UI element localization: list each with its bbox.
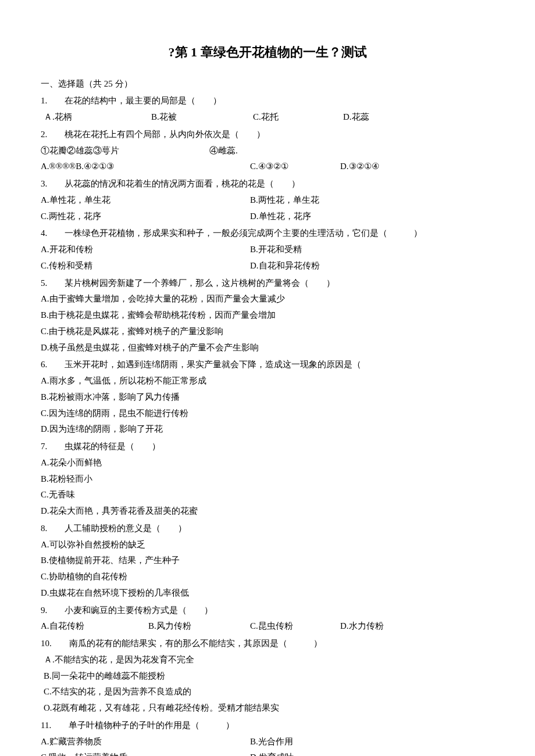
options: A.由于蜜蜂大量增加，会吃掉大量的花粉，因而产量会大量减少 B.由于桃花是虫媒花… xyxy=(41,291,494,356)
option-d: D.因为连绵的阴雨，影响了开花 xyxy=(41,421,494,438)
options-row-1: A.单性花，单生花 B.两性花，单生花 xyxy=(41,192,494,209)
option-d: D.自花和异花传粉 xyxy=(250,258,459,274)
q-stem-text: 小麦和豌豆的主要传粉方式是（ ） xyxy=(65,605,213,615)
option-b: B.使植物提前开花、结果，产生种子 xyxy=(41,553,494,569)
option-a: A.雨水多，气温低，所以花粉不能正常形成 xyxy=(41,373,494,389)
q-number: 11. xyxy=(41,718,51,734)
option-c: C.④③②① xyxy=(250,159,340,175)
q-number: 1. xyxy=(41,93,47,109)
option-d: D.桃子虽然是虫媒花，但蜜蜂对桃子的产量不会产生影响 xyxy=(41,340,494,356)
option-c: C.吸收、转运营养物质 xyxy=(41,750,250,756)
options: A.花朵小而鲜艳 B.花粉轻而小 C.无香味 D.花朵大而艳，具芳香花香及甜美的… xyxy=(41,455,494,519)
q-stem-text: 桃花在花托上有四个局部，从内向外依次是（ ） xyxy=(65,130,265,139)
option-c: C.两性花，花序 xyxy=(41,209,250,225)
q-number: 6. xyxy=(41,357,47,373)
option-d: D.花朵大而艳，具芳香花香及甜美的花蜜 xyxy=(41,503,494,519)
q-stem-text: 某片桃树园旁新建了一个养蜂厂，那么，这片桃树的产量将会（ ） xyxy=(65,278,335,288)
option-b: B.同一朵花中的雌雄蕊不能授粉 xyxy=(44,668,494,685)
option-c: C.花托 xyxy=(253,109,343,126)
option-a: A.自花传粉 xyxy=(41,618,148,635)
option-b: B.花粉轻而小 xyxy=(41,471,494,488)
section-header: 一、选择题（共 25 分） xyxy=(41,76,494,92)
q-stem-text: 虫媒花的特征是（ ） xyxy=(65,442,160,451)
option-ab: A.®®®®B.④②①③ xyxy=(41,159,250,175)
option-d: D.水力传粉 xyxy=(340,618,384,635)
option-c: C.昆虫传粉 xyxy=(250,618,340,635)
options-row-1: A.开花和传粉 B.开花和受精 xyxy=(41,242,494,258)
question-7: 7. 虫媒花的特征是（ ） A.花朵小而鲜艳 B.花粉轻而小 C.无香味 D.花… xyxy=(41,439,494,519)
option-a: A.可以弥补自然授粉的缺乏 xyxy=(41,537,494,553)
option-d: D.花蕊 xyxy=(343,109,369,126)
circled-part-a: ①花瓣②雄蕊③萼片 xyxy=(41,143,209,159)
q-stem-text: 南瓜的花有的能结果实，有的那么不能结实，其原因是（ ） xyxy=(69,639,322,648)
options-row-1: A.贮藏营养物质 B.光合作用 xyxy=(41,734,494,750)
option-a: A.单性花，单生花 xyxy=(41,192,250,209)
options-row-2: C.两性花，花序 D.单性花，花序 xyxy=(41,209,494,225)
q-number: 9. xyxy=(41,603,47,619)
options-row-2: C.吸收、转运营养物质 D.发育成叶 xyxy=(41,750,494,756)
question-8: 8. 人工辅助授粉的意义是（ ） A.可以弥补自然授粉的缺乏 B.使植物提前开花… xyxy=(41,521,494,601)
options-row-2: C.传粉和受精 D.自花和异花传粉 xyxy=(41,258,494,274)
q-stem-text: 在花的结构中，最主要的局部是（ ） xyxy=(65,96,222,105)
options: A.®®®®B.④②①③ C.④③②① D.③②①④ xyxy=(41,159,494,175)
q-stem-text: 玉米开花时，如遇到连绵阴雨，果实产量就会下降，造成这一现象的原因是（ xyxy=(65,360,361,369)
option-b: B.光合作用 xyxy=(250,734,459,750)
q-stem-text: 人工辅助授粉的意义是（ ） xyxy=(65,524,187,533)
option-a: A.开花和传粉 xyxy=(41,242,250,258)
option-d: D.虫媒花在自然环境下授粉的几率很低 xyxy=(41,585,494,601)
option-c: C.协助植物的自花传粉 xyxy=(41,569,494,585)
option-d: D.③②①④ xyxy=(340,159,379,175)
question-9: 9. 小麦和豌豆的主要传粉方式是（ ） A.自花传粉 B.风力传粉 C.昆虫传粉… xyxy=(41,603,494,635)
q-stem-text: 单子叶植物种子的子叶的作用是（ ） xyxy=(69,721,234,730)
option-b: B.两性花，单生花 xyxy=(250,192,459,209)
option-a: A.花朵小而鲜艳 xyxy=(41,455,494,471)
option-c: C.由于桃花是风媒花，蜜蜂对桃子的产量没影响 xyxy=(41,324,494,340)
question-5: 5. 某片桃树园旁新建了一个养蜂厂，那么，这片桃树的产量将会（ ） A.由于蜜蜂… xyxy=(41,275,494,356)
option-c: C.因为连绵的阴雨，昆虫不能进行传粉 xyxy=(41,406,494,422)
circled-part-b: ④雌蕊. xyxy=(209,143,238,159)
options: Ａ.不能结实的花，是因为花发育不完全 B.同一朵花中的雌雄蕊不能授粉 C.不结实… xyxy=(41,652,494,716)
options: A.雨水多，气温低，所以花粉不能正常形成 B.花粉被雨水冲落，影响了风力传播 C… xyxy=(41,373,494,438)
q-number: 3. xyxy=(41,176,47,192)
option-c: C.传粉和受精 xyxy=(41,258,250,274)
option-b: B.开花和受精 xyxy=(250,242,459,258)
question-6: 6. 玉米开花时，如遇到连绵阴雨，果实产量就会下降，造成这一现象的原因是（ A.… xyxy=(41,357,494,438)
options: A.可以弥补自然授粉的缺乏 B.使植物提前开花、结果，产生种子 C.协助植物的自… xyxy=(41,537,494,601)
q-stem-text: 一株绿色开花植物，形成果实和种子，一般必须完成两个主要的生理活动，它们是（ ） xyxy=(65,228,422,238)
question-10: 10. 南瓜的花有的能结果实，有的那么不能结实，其原因是（ ） Ａ.不能结实的花… xyxy=(41,636,494,716)
option-d: D.单性花，花序 xyxy=(250,209,459,225)
option-b: B.风力传粉 xyxy=(148,618,250,635)
question-3: 3. 从花蕊的情况和花着生的情况两方面看，桃花的花是（ ） A.单性花，单生花 … xyxy=(41,176,494,224)
option-a: Ａ.不能结实的花，是因为花发育不完全 xyxy=(44,652,494,668)
option-c: C.无香味 xyxy=(41,487,494,503)
option-a: A.由于蜜蜂大量增加，会吃掉大量的花粉，因而产量会大量减少 xyxy=(41,291,494,307)
page-title: ?第 1 章绿色开花植物的一生？测试 xyxy=(41,41,494,65)
question-2: 2. 桃花在花托上有四个局部，从内向外依次是（ ） ①花瓣②雄蕊③萼片 ④雌蕊.… xyxy=(41,127,494,175)
options: A.自花传粉 B.风力传粉 C.昆虫传粉 D.水力传粉 xyxy=(41,618,494,635)
option-b: B.花粉被雨水冲落，影响了风力传播 xyxy=(41,389,494,406)
option-b: B.由于桃花是虫媒花，蜜蜂会帮助桃花传粉，因而产量会增加 xyxy=(41,307,494,324)
question-4: 4. 一株绿色开花植物，形成果实和种子，一般必须完成两个主要的生理活动，它们是（… xyxy=(41,225,494,274)
q-number: 8. xyxy=(41,521,47,537)
q-number: 7. xyxy=(41,439,47,455)
question-1: 1. 在花的结构中，最主要的局部是（ ） Ａ.花柄 B.花被 C.花托 D.花蕊 xyxy=(41,93,494,126)
option-c: C.不结实的花，是因为营养不良造成的 xyxy=(44,684,494,700)
q-number: 2. xyxy=(41,127,47,143)
options: Ａ.花柄 B.花被 C.花托 D.花蕊 xyxy=(41,109,494,126)
q-stem-text: 从花蕊的情况和花着生的情况两方面看，桃花的花是（ ） xyxy=(65,179,300,188)
question-11: 11. 单子叶植物种子的子叶的作用是（ ） A.贮藏营养物质 B.光合作用 C.… xyxy=(41,718,494,756)
circled-items: ①花瓣②雄蕊③萼片 ④雌蕊. xyxy=(41,143,494,159)
option-o: O.花既有雌花，又有雄花，只有雌花经传粉。受精才能结果实 xyxy=(44,700,494,716)
q-number: 10. xyxy=(41,636,52,652)
q-number: 5. xyxy=(41,275,47,292)
option-b: B.花被 xyxy=(151,109,253,126)
option-a: Ａ.花柄 xyxy=(44,109,151,126)
option-a: A.贮藏营养物质 xyxy=(41,734,250,750)
option-d: D.发育成叶 xyxy=(250,750,459,756)
q-number: 4. xyxy=(41,225,47,242)
